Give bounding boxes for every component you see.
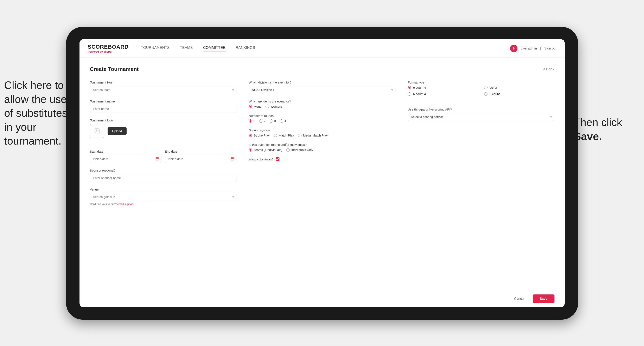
gender-womens-label: Womens — [270, 105, 283, 108]
back-button[interactable]: < Back — [543, 67, 554, 71]
substitutes-group: Allow substitutes? — [249, 157, 396, 161]
substitutes-label: Allow substitutes? — [249, 158, 274, 161]
format-5count4-radio[interactable] — [408, 86, 411, 89]
rounds-1-label: 1 — [253, 119, 255, 123]
format-6count4-option[interactable]: 6 count 4 — [408, 92, 478, 96]
division-select[interactable]: NCAA Division I — [249, 86, 396, 94]
form-grid: Tournament Host Tournament name Tourname… — [90, 81, 554, 211]
scoring-service-select[interactable]: Select a scoring service — [408, 113, 554, 121]
format-6count5-option[interactable]: 6 count 5 — [484, 92, 554, 96]
gender-mens-option[interactable]: Mens — [249, 105, 262, 108]
start-date-wrapper: 📅 — [90, 155, 162, 163]
rounds-1-option[interactable]: 1 — [249, 119, 255, 123]
venue-help-text: Can't find your venue? email support — [90, 202, 236, 206]
rounds-3-option[interactable]: 3 — [270, 119, 276, 123]
gender-group: Which gender is the event for? Mens Wome… — [249, 100, 396, 108]
logo-area: SCOREBOARD Powered by clippd — [88, 44, 129, 53]
format-6count4-label: 6 count 4 — [413, 92, 426, 96]
format-5count4-label: 5 count 4 — [413, 86, 426, 89]
format-other-label: Other — [490, 86, 498, 89]
user-avatar: B — [510, 45, 518, 52]
user-name: blair admin — [521, 47, 537, 50]
nav-committee[interactable]: COMMITTEE — [203, 46, 226, 51]
rounds-4-radio[interactable] — [280, 119, 283, 123]
format-other-radio[interactable] — [484, 86, 488, 89]
substitutes-checkbox[interactable] — [276, 157, 279, 161]
rounds-group: Number of rounds 1 2 — [249, 114, 396, 123]
end-date-input[interactable] — [165, 155, 236, 163]
sponsor-group: Sponsor (optional) — [90, 169, 236, 182]
format-6count5-radio[interactable] — [484, 92, 488, 96]
gender-womens-radio[interactable] — [266, 105, 269, 108]
logo-powered: Powered by clippd — [88, 50, 129, 53]
rounds-2-option[interactable]: 2 — [259, 119, 265, 123]
venue-section: Venue Can't find your venue? email suppo… — [90, 188, 236, 206]
event-type-label: Is this event for Teams and/or Individua… — [249, 143, 396, 146]
rounds-1-radio[interactable] — [249, 119, 252, 123]
venue-email-link[interactable]: email support — [117, 202, 134, 206]
scoring-match-radio[interactable] — [274, 134, 277, 137]
nav-teams[interactable]: TEAMS — [180, 46, 193, 51]
event-type-group: Is this event for Teams and/or Individua… — [249, 143, 396, 152]
rounds-2-label: 2 — [264, 119, 265, 123]
tournament-name-group: Tournament name — [90, 100, 236, 113]
scoring-match-label: Match Play — [279, 134, 294, 137]
scoring-api-label: Use third-party live scoring API? — [408, 108, 554, 111]
gender-mens-label: Mens — [254, 105, 262, 108]
gender-mens-radio[interactable] — [249, 105, 252, 108]
format-other-option[interactable]: Other — [484, 86, 554, 89]
gender-radio-group: Mens Womens — [249, 105, 396, 108]
page-header: Create Tournament < Back — [90, 66, 554, 72]
end-date-label: End date — [165, 150, 236, 153]
page-content: Create Tournament < Back Tournament Host — [80, 58, 565, 290]
nav-links: TOURNAMENTS TEAMS COMMITTEE RANKINGS — [141, 46, 510, 51]
save-button[interactable]: Save — [533, 295, 554, 303]
rounds-4-option[interactable]: 4 — [280, 119, 286, 123]
tournament-name-input[interactable] — [90, 105, 236, 113]
form-left-section: Tournament Host Tournament name Tourname… — [90, 81, 236, 211]
rounds-radio-group: 1 2 3 4 — [249, 119, 396, 123]
rounds-2-radio[interactable] — [259, 119, 262, 123]
venue-input[interactable] — [90, 193, 236, 201]
format-options-grid: 5 count 4 Other 6 count 4 — [408, 86, 554, 96]
tournament-host-input[interactable] — [90, 86, 236, 94]
start-date-input[interactable] — [90, 155, 162, 163]
format-5count4-option[interactable]: 5 count 4 — [408, 86, 478, 89]
end-date-wrapper: 📅 — [165, 155, 236, 163]
nav-rankings[interactable]: RANKINGS — [236, 46, 255, 51]
scoring-stroke-radio[interactable] — [249, 134, 252, 137]
upload-button[interactable]: Upload — [108, 127, 126, 135]
event-teams-option[interactable]: Teams (+Individuals) — [249, 148, 282, 152]
event-individuals-option[interactable]: Individuals Only — [286, 148, 313, 152]
nav-tournaments[interactable]: TOURNAMENTS — [141, 46, 170, 51]
tournament-host-label: Tournament Host — [90, 81, 236, 84]
rounds-3-label: 3 — [274, 119, 276, 123]
rounds-3-radio[interactable] — [270, 119, 273, 123]
scoring-stroke-option[interactable]: Stroke Play — [249, 134, 270, 137]
scoring-medal-option[interactable]: Medal Match Play — [298, 134, 328, 137]
page-footer: Cancel Save — [80, 290, 565, 307]
event-individuals-radio[interactable] — [286, 148, 290, 152]
page-title: Create Tournament — [90, 66, 138, 72]
start-date-calendar-icon: 📅 — [155, 157, 160, 161]
scoring-match-option[interactable]: Match Play — [274, 134, 294, 137]
tournament-logo-label: Tournament logo — [90, 119, 236, 122]
scoring-system-group: Scoring system Stroke Play Match Play — [249, 129, 396, 137]
rounds-label: Number of rounds — [249, 114, 396, 118]
scoring-medal-label: Medal Match Play — [303, 134, 328, 137]
sign-out-link[interactable]: Sign out — [544, 47, 556, 50]
tournament-logo-group: Tournament logo Upload — [90, 119, 236, 144]
cancel-button[interactable]: Cancel — [510, 295, 528, 303]
gender-womens-option[interactable]: Womens — [266, 105, 283, 108]
sponsor-label: Sponsor (optional) — [90, 169, 236, 172]
rounds-4-label: 4 — [284, 119, 286, 123]
scoring-medal-radio[interactable] — [298, 134, 302, 137]
tablet-frame: SCOREBOARD Powered by clippd TOURNAMENTS… — [66, 27, 578, 320]
format-6count4-radio[interactable] — [408, 92, 411, 96]
sponsor-input[interactable] — [90, 174, 236, 182]
annotation-right-line1: Then click — [574, 116, 622, 128]
event-type-radio-group: Teams (+Individuals) Individuals Only — [249, 148, 396, 152]
tournament-host-group: Tournament Host — [90, 81, 236, 94]
event-teams-radio[interactable] — [249, 148, 252, 152]
logo-upload-area: Upload — [90, 124, 236, 138]
